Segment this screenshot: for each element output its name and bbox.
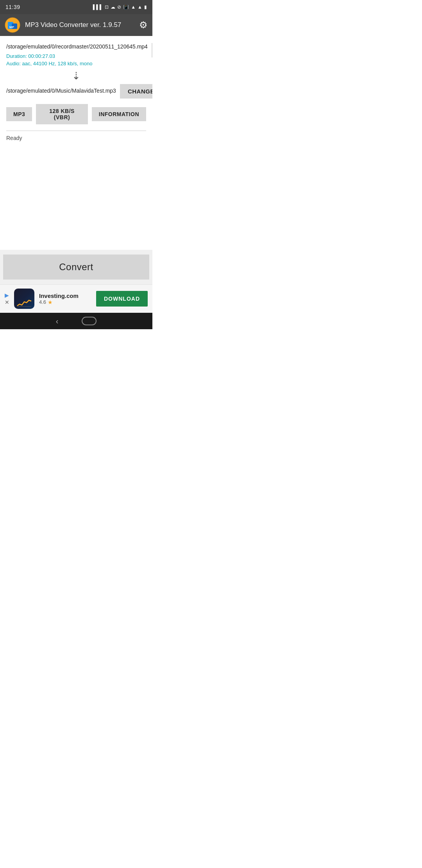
battery-icon: ▮ bbox=[144, 4, 147, 10]
app-bar: MP MP3 Video Converter ver. 1.9.57 ⚙ bbox=[0, 14, 152, 36]
ad-star-icon: ★ bbox=[48, 299, 53, 305]
bitrate-button[interactable]: 128 KB/S (VBR) bbox=[36, 104, 88, 124]
app-logo-icon: MP bbox=[5, 17, 20, 33]
source-duration: Duration: 00:00:27.03 bbox=[6, 52, 148, 60]
settings-icon[interactable]: ⚙ bbox=[139, 20, 148, 30]
status-bar: 11:39 ▌▌▌ ⊡ ☁ ⊘ 📳 ▲ ▲ ▮ bbox=[0, 0, 152, 14]
status-icons: ▌▌▌ ⊡ ☁ ⊘ 📳 ▲ ▲ ▮ bbox=[93, 4, 147, 10]
ad-rating: 4.6 ★ bbox=[39, 299, 91, 305]
dest-file-path: /storage/emulated/0/Music/MalavidaTest.m… bbox=[6, 87, 116, 95]
app-title: MP3 Video Converter ver. 1.9.57 bbox=[25, 21, 134, 29]
source-file-info: /storage/emulated/0/recordmaster/2020051… bbox=[6, 43, 148, 68]
change-button[interactable]: CHANGE bbox=[120, 84, 152, 99]
svg-text:MP: MP bbox=[9, 25, 14, 29]
source-audio: Audio: aac, 44100 Hz, 128 kb/s, mono bbox=[6, 60, 148, 68]
information-button[interactable]: INFORMATION bbox=[92, 107, 146, 121]
wifi-icon: ▲ bbox=[131, 4, 136, 10]
nav-bar: ‹ bbox=[0, 313, 152, 329]
ad-close-icon[interactable]: ✕ bbox=[5, 299, 9, 305]
ad-banner: ▶ ✕ Investing.com 4.6 ★ DOWNLOAD bbox=[0, 284, 152, 313]
status-time: 11:39 bbox=[5, 4, 20, 10]
ad-app-icon-inner bbox=[14, 289, 34, 309]
content-spacer bbox=[0, 141, 152, 250]
ad-app-icon bbox=[14, 289, 34, 309]
notification-icon: ⊡ bbox=[105, 4, 109, 10]
divider bbox=[6, 131, 146, 131]
nav-back-button[interactable]: ‹ bbox=[56, 317, 59, 326]
ad-play-icon[interactable]: ▶ bbox=[5, 292, 9, 298]
ad-rating-value: 4.6 bbox=[39, 299, 46, 305]
source-file-path: /storage/emulated/0/recordmaster/2020051… bbox=[6, 43, 148, 51]
main-content: /storage/emulated/0/recordmaster/2020051… bbox=[0, 36, 152, 141]
convert-button[interactable]: Convert bbox=[3, 255, 149, 280]
ad-chart-icon bbox=[16, 298, 32, 307]
dest-file-row: /storage/emulated/0/Music/MalavidaTest.m… bbox=[6, 84, 146, 99]
sync-icon: ⊘ bbox=[117, 4, 121, 10]
select-button[interactable]: SELECT bbox=[152, 43, 152, 57]
ad-text-block: Investing.com 4.6 ★ bbox=[39, 292, 91, 305]
format-button[interactable]: MP3 bbox=[6, 107, 32, 121]
vibrate-icon: 📳 bbox=[123, 4, 129, 10]
signal-bars-icon: ▌▌▌ bbox=[93, 4, 103, 10]
ad-left-col: ▶ ✕ bbox=[5, 292, 9, 305]
arrow-down-icon: ⇣ bbox=[6, 71, 146, 81]
page-wrapper: /storage/emulated/0/recordmaster/2020051… bbox=[0, 36, 152, 313]
format-row: MP3 128 KB/S (VBR) INFORMATION bbox=[6, 104, 146, 124]
cloud-icon: ☁ bbox=[111, 4, 115, 10]
convert-area: Convert bbox=[0, 250, 152, 284]
ad-app-name: Investing.com bbox=[39, 292, 91, 299]
signal-icon: ▲ bbox=[138, 4, 142, 10]
status-text: Ready bbox=[6, 135, 146, 141]
ad-download-button[interactable]: DOWNLOAD bbox=[96, 291, 148, 307]
nav-home-button[interactable] bbox=[82, 317, 97, 325]
source-file-row: /storage/emulated/0/recordmaster/2020051… bbox=[6, 43, 146, 68]
